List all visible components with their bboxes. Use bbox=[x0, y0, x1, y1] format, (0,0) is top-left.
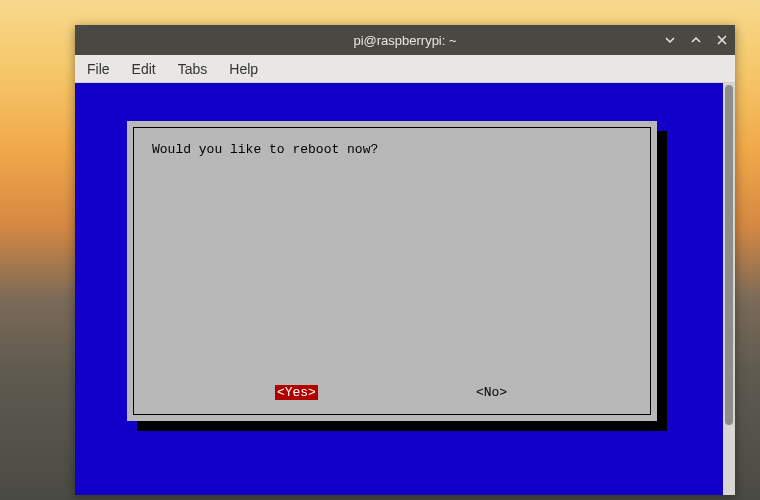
menu-edit[interactable]: Edit bbox=[128, 59, 160, 79]
menu-tabs[interactable]: Tabs bbox=[174, 59, 212, 79]
window-titlebar: pi@raspberrypi: ~ bbox=[75, 25, 735, 55]
terminal-window: pi@raspberrypi: ~ File Edit Tabs Help bbox=[75, 25, 735, 495]
no-button[interactable]: <No> bbox=[474, 385, 509, 400]
menubar: File Edit Tabs Help bbox=[75, 55, 735, 83]
window-controls bbox=[663, 25, 729, 55]
vertical-scrollbar[interactable] bbox=[723, 83, 735, 495]
dialog-button-row: <Yes> <No> bbox=[134, 385, 650, 400]
reboot-dialog: Would you like to reboot now? <Yes> <No> bbox=[127, 121, 657, 421]
close-button[interactable] bbox=[715, 33, 729, 47]
menu-file[interactable]: File bbox=[83, 59, 114, 79]
scrollbar-thumb[interactable] bbox=[725, 85, 733, 425]
yes-button[interactable]: <Yes> bbox=[275, 385, 318, 400]
chevron-down-icon bbox=[665, 35, 675, 45]
menu-help[interactable]: Help bbox=[225, 59, 262, 79]
window-title: pi@raspberrypi: ~ bbox=[353, 33, 456, 48]
terminal-viewport: Would you like to reboot now? <Yes> <No> bbox=[75, 83, 735, 495]
dialog-prompt: Would you like to reboot now? bbox=[152, 142, 378, 157]
chevron-up-icon bbox=[691, 35, 701, 45]
maximize-button[interactable] bbox=[689, 33, 703, 47]
dialog-frame: Would you like to reboot now? <Yes> <No> bbox=[133, 127, 651, 415]
minimize-button[interactable] bbox=[663, 33, 677, 47]
close-icon bbox=[717, 35, 727, 45]
